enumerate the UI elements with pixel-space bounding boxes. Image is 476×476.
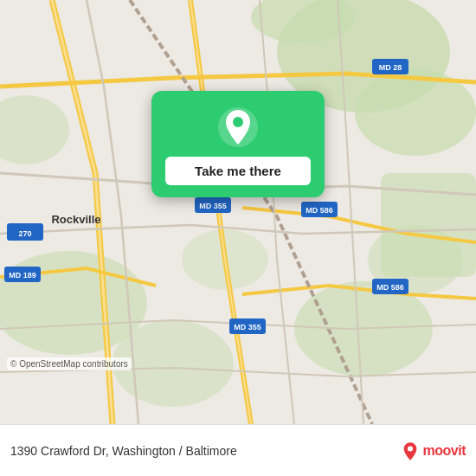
svg-text:MD 586: MD 586 bbox=[306, 206, 333, 215]
copyright-text: © OpenStreetMap contributors bbox=[7, 357, 132, 370]
svg-text:Rockville: Rockville bbox=[51, 213, 100, 226]
location-pin-icon bbox=[217, 106, 259, 148]
svg-text:MD 355: MD 355 bbox=[234, 323, 261, 331]
moovit-brand-text: moovit bbox=[423, 443, 466, 459]
svg-point-28 bbox=[407, 446, 412, 451]
take-me-there-button[interactable]: Take me there bbox=[165, 157, 311, 185]
svg-text:MD 189: MD 189 bbox=[9, 271, 36, 280]
map-container: 270 MD 355 MD 355 MD 28 MD 586 MD 586 MD… bbox=[0, 0, 476, 424]
location-card: Take me there bbox=[151, 91, 325, 197]
svg-text:270: 270 bbox=[18, 229, 31, 238]
address-text: 1390 Crawford Dr, Washington / Baltimore bbox=[10, 444, 237, 458]
moovit-logo: moovit bbox=[401, 441, 466, 460]
bottom-bar: 1390 Crawford Dr, Washington / Baltimore… bbox=[0, 424, 476, 476]
svg-text:MD 28: MD 28 bbox=[379, 63, 402, 72]
moovit-pin-icon bbox=[401, 441, 420, 460]
svg-text:MD 586: MD 586 bbox=[376, 283, 404, 292]
svg-text:MD 355: MD 355 bbox=[199, 202, 227, 210]
svg-point-27 bbox=[233, 117, 243, 127]
